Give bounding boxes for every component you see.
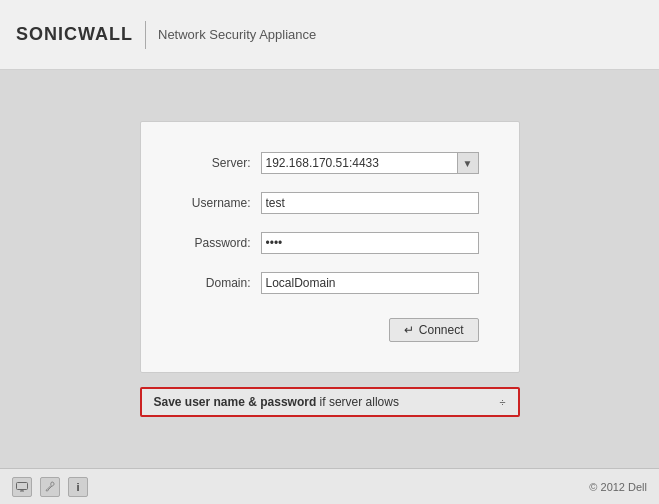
username-label: Username:: [181, 196, 261, 210]
save-credentials-label: Save user name & password if server allo…: [154, 395, 399, 409]
logo-area: SONICWALL Network Security Appliance: [16, 21, 316, 49]
save-password-row: Save user name & password if server allo…: [140, 387, 520, 417]
connect-icon: ↵: [404, 323, 414, 337]
connect-row: ↵ Connect: [181, 318, 479, 342]
svg-rect-0: [17, 482, 28, 489]
server-row: Server: ▼: [181, 152, 479, 174]
domain-input[interactable]: [261, 272, 479, 294]
server-dropdown-button[interactable]: ▼: [457, 152, 479, 174]
username-row: Username:: [181, 192, 479, 214]
save-credentials-button[interactable]: Save user name & password if server allo…: [140, 387, 520, 417]
footer: i © 2012 Dell: [0, 468, 659, 504]
password-input[interactable]: [261, 232, 479, 254]
connect-button[interactable]: ↵ Connect: [389, 318, 479, 342]
app-subtitle: Network Security Appliance: [158, 27, 316, 42]
footer-icons: i: [12, 477, 88, 497]
save-credentials-bold: Save user name & password: [154, 395, 317, 409]
domain-row: Domain:: [181, 272, 479, 294]
logo-divider: [145, 21, 146, 49]
password-row: Password:: [181, 232, 479, 254]
password-label: Password:: [181, 236, 261, 250]
footer-copyright: © 2012 Dell: [589, 481, 647, 493]
save-credentials-arrow: ÷: [499, 396, 505, 408]
connect-label: Connect: [419, 323, 464, 337]
server-label: Server:: [181, 156, 261, 170]
server-input[interactable]: [261, 152, 457, 174]
footer-icon-info[interactable]: i: [68, 477, 88, 497]
header: SONICWALL Network Security Appliance: [0, 0, 659, 70]
footer-icon-monitor[interactable]: [12, 477, 32, 497]
domain-label: Domain:: [181, 276, 261, 290]
save-credentials-suffix: if server allows: [316, 395, 399, 409]
server-input-group: ▼: [261, 152, 479, 174]
login-card: Server: ▼ Username: Password: Domain: ↵ …: [140, 121, 520, 373]
info-symbol: i: [76, 481, 79, 493]
username-input[interactable]: [261, 192, 479, 214]
sonicwall-logo-text: SONICWALL: [16, 24, 133, 45]
main-content: Server: ▼ Username: Password: Domain: ↵ …: [0, 70, 659, 468]
footer-icon-wrench[interactable]: [40, 477, 60, 497]
